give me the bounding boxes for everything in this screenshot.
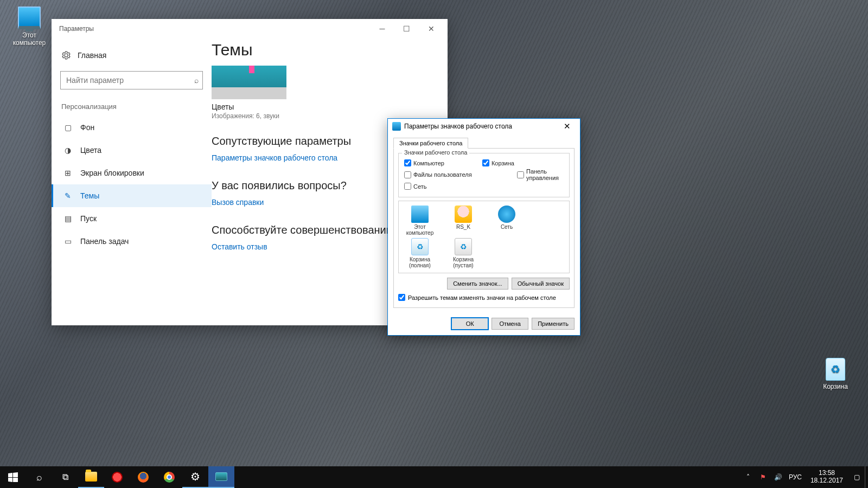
icon-item-bin-full[interactable]: Корзина (полная)	[403, 238, 437, 268]
opera-icon	[112, 472, 123, 483]
sidebar-item-colors[interactable]: ◑ Цвета	[52, 139, 212, 162]
start-button[interactable]	[0, 466, 26, 488]
system-tray: ˄ ⚑ 🔊 РУС 13:58 18.12.2017 ▢	[740, 466, 865, 488]
lock-screen-icon: ⊞	[63, 168, 73, 178]
close-button[interactable]: ✕	[419, 21, 443, 37]
minimize-button[interactable]: ─	[370, 21, 394, 37]
checkbox-control-panel[interactable]: Панель управления	[517, 168, 564, 181]
get-help-link[interactable]: Вызов справки	[212, 198, 264, 207]
computer-icon	[18, 7, 41, 29]
sidebar-item-label: Фон	[80, 123, 94, 132]
network-icon	[498, 206, 515, 223]
ok-button[interactable]: ОК	[451, 318, 488, 330]
taskbar-app-chrome[interactable]	[156, 466, 182, 488]
firefox-icon	[138, 472, 149, 483]
user-folder-icon	[455, 206, 472, 223]
chrome-icon	[164, 472, 175, 483]
tray-chevron-up-icon[interactable]: ˄	[743, 472, 753, 482]
allow-themes-checkbox[interactable]: Разрешить темам изменять значки на рабоч…	[398, 294, 570, 301]
gear-icon: ⚙	[190, 470, 200, 483]
desktop-icon-label: Корзина	[814, 383, 857, 390]
group-title: Значки рабочего стола	[402, 149, 469, 156]
theme-subtitle: Изображения: 6, звуки	[212, 112, 286, 120]
tray-clock[interactable]: 13:58 18.12.2017	[807, 470, 846, 485]
tray-date: 18.12.2017	[810, 477, 843, 485]
monitor-icon	[215, 472, 227, 481]
sidebar-home[interactable]: Главная	[52, 44, 212, 67]
control-panel-icon	[392, 122, 401, 131]
maximize-button[interactable]: ☐	[394, 21, 419, 37]
sidebar-section-label: Персонализация	[52, 100, 212, 116]
taskbar-app-desktop-icons-dialog[interactable]	[208, 466, 234, 488]
tray-language[interactable]: РУС	[789, 473, 802, 481]
tray-time: 13:58	[810, 470, 843, 477]
settings-titlebar[interactable]: Параметры ─ ☐ ✕	[52, 19, 448, 38]
desktop-icons-group: Значки рабочего стола Компьютер Корзина …	[398, 153, 570, 197]
checkbox-computer[interactable]: Компьютер	[404, 159, 444, 166]
taskbar-icon: ▭	[63, 236, 73, 246]
sidebar-item-label: Цвета	[80, 146, 101, 155]
icon-item-network[interactable]: Сеть	[490, 206, 524, 236]
search-icon: ⌕	[194, 76, 199, 85]
taskbar-app-explorer[interactable]	[78, 466, 104, 488]
feedback-link[interactable]: Оставить отзыв	[212, 242, 267, 251]
settings-search: ⌕	[60, 71, 203, 89]
taskbar-app-opera[interactable]	[104, 466, 130, 488]
desktop-icon-settings-dialog: Параметры значков рабочего стола ✕ Значк…	[387, 118, 580, 336]
windows-logo-icon	[8, 472, 18, 482]
sidebar-item-start[interactable]: ▤ Пуск	[52, 207, 212, 230]
sidebar-item-lockscreen[interactable]: ⊞ Экран блокировки	[52, 162, 212, 184]
desktop-icon-recycle-bin[interactable]: Корзина	[814, 358, 857, 390]
gear-icon	[61, 50, 71, 60]
action-center-icon[interactable]: ▢	[852, 472, 861, 482]
search-input[interactable]	[60, 71, 203, 89]
search-button[interactable]: ⌕	[26, 466, 52, 488]
taskbar-app-firefox[interactable]	[130, 466, 156, 488]
checkbox-user-files[interactable]: Файлы пользователя	[404, 168, 479, 181]
sidebar-item-taskbar[interactable]: ▭ Панель задач	[52, 230, 212, 253]
palette-icon: ◑	[63, 145, 73, 155]
sidebar-home-label: Главная	[78, 51, 106, 60]
sidebar-item-themes[interactable]: ✎ Темы	[52, 184, 212, 207]
tray-security-icon[interactable]: ⚑	[758, 472, 768, 482]
show-desktop-button[interactable]	[865, 466, 868, 488]
task-view-button[interactable]: ⧉	[52, 466, 78, 488]
tray-volume-icon[interactable]: 🔊	[774, 472, 783, 482]
desktop-icon-this-pc[interactable]: Этот компьютер	[8, 7, 51, 47]
cancel-button[interactable]: Отмена	[492, 318, 528, 330]
start-icon: ▤	[63, 214, 73, 223]
checkbox-network[interactable]: Сеть	[404, 183, 426, 190]
icon-preview-grid: Этот компьютер RS_K Сеть Корзина (полная…	[398, 201, 570, 273]
computer-icon	[411, 206, 429, 223]
checkbox-recycle-bin[interactable]: Корзина	[482, 159, 514, 166]
taskbar-app-settings[interactable]: ⚙	[182, 466, 208, 488]
sidebar-item-label: Пуск	[80, 214, 97, 223]
themes-icon: ✎	[63, 191, 73, 201]
sidebar-item-background[interactable]: ▢ Фон	[52, 116, 212, 139]
dialog-titlebar[interactable]: Параметры значков рабочего стола ✕	[388, 119, 580, 134]
settings-title: Параметры	[59, 25, 370, 33]
theme-name: Цветы	[212, 102, 286, 111]
icon-item-user[interactable]: RS_K	[446, 206, 480, 236]
search-icon: ⌕	[36, 472, 42, 483]
recycle-bin-icon	[826, 358, 845, 381]
dialog-title: Параметры значков рабочего стола	[404, 123, 556, 130]
sidebar-item-label: Экран блокировки	[80, 169, 144, 177]
file-explorer-icon	[85, 472, 97, 481]
restore-default-button[interactable]: Обычный значок	[512, 278, 570, 290]
theme-preview	[212, 66, 286, 99]
apply-button[interactable]: Применить	[532, 318, 575, 330]
desktop-icon-label: Этот компьютер	[8, 31, 51, 47]
recycle-bin-empty-icon	[455, 238, 472, 255]
dialog-tab[interactable]: Значки рабочего стола	[393, 138, 468, 149]
picture-icon: ▢	[63, 123, 73, 132]
theme-card[interactable]: Цветы Изображения: 6, звуки	[212, 66, 286, 120]
recycle-bin-full-icon	[411, 238, 429, 255]
icon-item-this-pc[interactable]: Этот компьютер	[403, 206, 437, 236]
sidebar-item-label: Панель задач	[80, 237, 129, 246]
desktop-icons-settings-link[interactable]: Параметры значков рабочего стола	[212, 153, 337, 162]
dialog-close-button[interactable]: ✕	[556, 120, 578, 132]
sidebar-item-label: Темы	[80, 191, 99, 200]
icon-item-bin-empty[interactable]: Корзина (пустая)	[446, 238, 480, 268]
change-icon-button[interactable]: Сменить значок...	[447, 278, 508, 290]
